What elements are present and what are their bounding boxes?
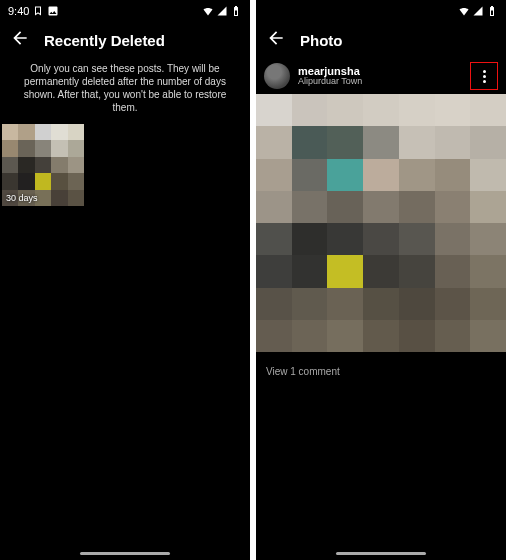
phone-photo-detail: Photo mearjunsha Alipurduar Town View 1 … [256,0,506,560]
back-icon[interactable] [266,28,286,52]
info-text: Only you can see these posts. They will … [0,58,250,124]
status-bar [256,0,506,22]
wifi-icon [202,5,214,17]
status-time: 9:40 [8,5,29,17]
post-image[interactable] [256,94,506,352]
home-indicator[interactable] [80,552,170,555]
app-bar: Photo [256,22,506,58]
deleted-thumbnail[interactable]: 30 days [2,124,84,206]
post-header: mearjunsha Alipurduar Town [256,58,506,94]
signal-icon [472,5,484,17]
battery-icon [230,5,242,17]
home-indicator[interactable] [336,552,426,555]
phone-recently-deleted: 9:40 Recently Deleted Only you can see t… [0,0,250,560]
signal-icon [216,5,228,17]
page-title: Photo [300,32,343,49]
more-options-button[interactable] [470,62,498,90]
battery-icon [486,5,498,17]
app-bar: Recently Deleted [0,22,250,58]
page-title: Recently Deleted [44,32,165,49]
more-vertical-icon [483,70,486,83]
nfc-icon [32,5,44,17]
photo-icon [47,5,59,17]
location[interactable]: Alipurduar Town [298,77,462,87]
wifi-icon [458,5,470,17]
status-bar: 9:40 [0,0,250,22]
view-comments[interactable]: View 1 comment [256,352,506,391]
days-label: 30 days [6,193,38,203]
avatar[interactable] [264,63,290,89]
back-icon[interactable] [10,28,30,52]
